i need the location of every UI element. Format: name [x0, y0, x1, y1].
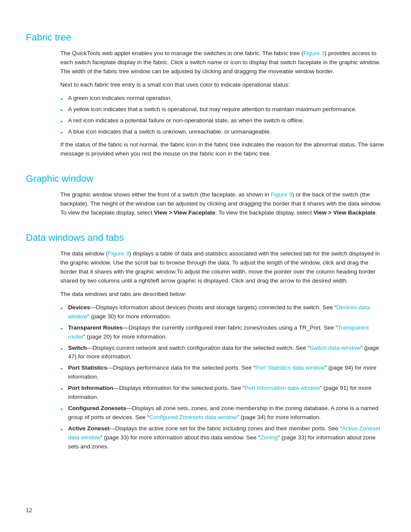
bullet-middle: —Displays the active zone set for the fa…	[109, 425, 342, 432]
list-item: A blue icon indicates that a switch is u…	[60, 128, 385, 137]
graphic-window-p1: The graphic window shows either the fron…	[60, 190, 385, 218]
graphic-window-heading: Graphic window	[26, 171, 385, 186]
gw-p1-text1: The graphic window shows either the fron…	[60, 191, 271, 198]
gw-figure3-link[interactable]: Figure 3	[271, 191, 293, 198]
bullet-prefix: Active Zoneset	[68, 425, 109, 432]
gw-p1-text4: .	[375, 209, 377, 216]
data-windows-p2: The data windows and tabs are described …	[60, 290, 385, 299]
bullet-middle: —Displays information about devices (hos…	[90, 304, 336, 311]
fabric-tree-closing: If the status of the fabric is not norma…	[60, 140, 385, 159]
bullet-middle: —Displays information for the selected p…	[113, 385, 245, 391]
data-windows-body: The data window (Figure 3) displays a ta…	[60, 249, 385, 451]
page-number: 12	[26, 506, 32, 515]
bullet-suffix: ” (page 34) for more information.	[237, 414, 321, 420]
bullet-suffix1: ” (page 33) for more information about t…	[100, 434, 260, 441]
bullet-middle: —Displays current network and switch con…	[87, 345, 310, 351]
bullet-prefix: Port Information	[68, 385, 113, 391]
list-item: Transparent Routes—Displays the currentl…	[60, 324, 385, 342]
bullet-prefix: Port Statistics	[68, 364, 107, 371]
list-item: Switch—Displays current network and swit…	[60, 344, 385, 362]
bullet-middle: —Displays the currently configured inter…	[123, 324, 338, 331]
ft-p1-text1: The QuickTools web applet enables you to…	[60, 50, 303, 56]
fabric-tree-body: The QuickTools web applet enables you to…	[60, 49, 385, 159]
list-item: Port Statistics—Displays performance dat…	[60, 364, 385, 382]
list-item: Port Information—Displays information fo…	[60, 384, 385, 402]
gw-bold2: View > View Backplate	[313, 209, 375, 216]
bullet-suffix: ” (page 20) for more information.	[83, 333, 167, 340]
bullet-prefix: Transparent Routes	[68, 324, 123, 331]
fabric-tree-bullets: A green icon indicates normal operation.…	[60, 94, 385, 137]
switch-data-window-link[interactable]: Switch data window	[310, 345, 361, 351]
gw-bold1: View > View Faceplate	[154, 209, 215, 216]
ft-figure3-link[interactable]: Figure 3	[303, 50, 325, 56]
bullet-middle: —Displays performance data for the selec…	[107, 364, 255, 371]
list-item: A yellow icon indicates that a switch is…	[60, 105, 385, 114]
list-item: Configured Zonesets—Displays all zone se…	[60, 404, 385, 422]
port-statistics-link[interactable]: Port Statistics data window	[255, 364, 324, 371]
fabric-tree-p1: The QuickTools web applet enables you to…	[60, 49, 385, 76]
data-windows-p1: The data window (Figure 3) displays a ta…	[60, 249, 385, 286]
gw-p1-text3: . To view the backplate display, select	[215, 209, 314, 216]
configured-zonesets-link[interactable]: Configured Zonesets data window	[149, 414, 237, 420]
bullet-prefix: Configured Zonesets	[68, 405, 126, 411]
fabric-tree-p2: Next to each fabric tree entry is a smal…	[60, 81, 385, 90]
bullet-prefix: Switch	[68, 345, 87, 351]
list-item: Active Zoneset—Displays the active zone …	[60, 424, 385, 451]
bullet-suffix: ” (page 30) for more information.	[87, 313, 171, 320]
dw-figure3-link[interactable]: Figure 3	[108, 250, 129, 257]
data-windows-heading: Data windows and tabs	[26, 230, 385, 245]
zoning-link[interactable]: Zoning	[260, 434, 278, 441]
bullet-prefix: Devices	[68, 304, 90, 311]
list-item: Devices—Displays information about devic…	[60, 303, 385, 321]
dw-p1-text1: The data window (	[60, 250, 108, 257]
data-windows-bullets: Devices—Displays information about devic…	[60, 303, 385, 451]
list-item: A green icon indicates normal operation.	[60, 94, 385, 103]
fabric-tree-heading: Fabric tree	[26, 30, 385, 45]
graphic-window-body: The graphic window shows either the fron…	[60, 190, 385, 218]
port-information-link[interactable]: Port Information data window	[245, 385, 320, 391]
list-item: A red icon indicates a potential failure…	[60, 116, 385, 125]
